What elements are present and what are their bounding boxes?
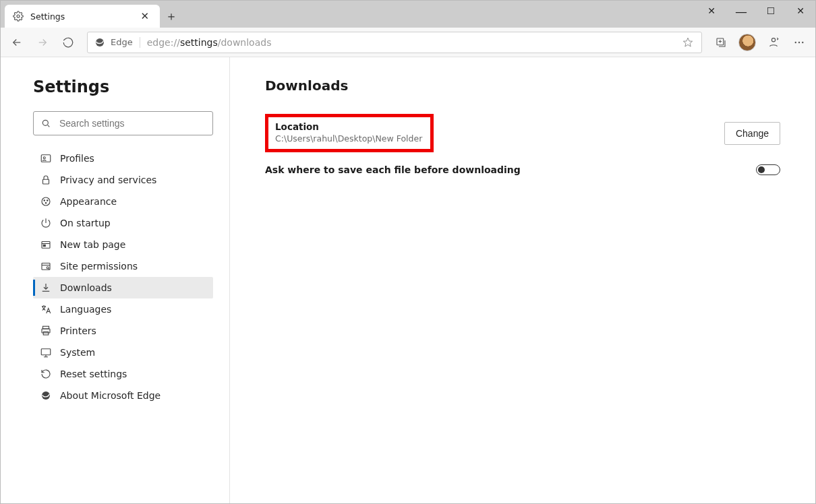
browser-tab[interactable]: Settings ✕ [5, 5, 160, 28]
svg-point-5 [795, 41, 796, 42]
back-button[interactable] [5, 30, 29, 55]
location-row: Location C:\Users\rahul\Desktop\New Fold… [265, 114, 780, 152]
sidebar-item-label: Privacy and services [60, 175, 156, 185]
sidebar-item-privacy-and-services[interactable]: Privacy and services [33, 169, 213, 191]
svg-rect-11 [43, 179, 49, 184]
sidebar-item-on-startup[interactable]: On startup [33, 212, 213, 234]
edge-logo-icon [94, 37, 105, 48]
svg-point-6 [798, 41, 800, 42]
sidebar-item-label: Reset settings [60, 369, 127, 379]
power-icon [40, 217, 52, 229]
tab-title: Settings [30, 11, 136, 22]
svg-point-0 [17, 15, 20, 18]
sidebar-item-label: System [60, 347, 95, 358]
feedback-button[interactable] [761, 30, 786, 55]
window-controls: ✕ — ☐ ✕ [697, 1, 815, 28]
svg-rect-17 [43, 245, 45, 246]
svg-point-4 [771, 38, 775, 41]
change-location-button[interactable]: Change [724, 122, 780, 145]
sidebar-item-downloads[interactable]: Downloads [33, 277, 213, 298]
toolbar: Edge edge://settings/downloads [1, 28, 815, 57]
favorite-button[interactable] [678, 37, 697, 48]
sidebar-item-languages[interactable]: Languages [33, 298, 213, 320]
new-tab-icon [40, 239, 52, 251]
url-text: edge://settings/downloads [140, 37, 678, 48]
sidebar-item-label: Downloads [60, 282, 112, 293]
location-path: C:\Users\rahul\Desktop\New Folder [275, 133, 422, 144]
more-menu-button[interactable] [787, 30, 811, 55]
sidebar-item-appearance[interactable]: Appearance [33, 191, 213, 212]
sidebar-item-printers[interactable]: Printers [33, 320, 213, 342]
window-maximize[interactable]: ☐ [756, 1, 786, 21]
reset-icon [40, 368, 52, 380]
profile-avatar[interactable] [738, 34, 756, 51]
sidebar-item-about-microsoft-edge[interactable]: About Microsoft Edge [33, 385, 213, 406]
svg-point-10 [43, 157, 45, 159]
location-label: Location [275, 121, 422, 132]
edge-icon [40, 389, 52, 402]
site-identity[interactable]: Edge [92, 37, 140, 48]
svg-rect-22 [43, 332, 49, 336]
collections-button[interactable] [709, 30, 733, 55]
content-area: Settings ProfilesPrivacy and servicesApp… [1, 57, 815, 503]
window-close[interactable]: ✕ [786, 1, 815, 21]
window-close-secondary[interactable]: ✕ [697, 1, 726, 21]
page-title: Settings [33, 77, 213, 96]
window-minimize[interactable]: — [726, 1, 756, 21]
sidebar-item-new-tab-page[interactable]: New tab page [33, 234, 213, 255]
sidebar-item-profiles[interactable]: Profiles [33, 148, 213, 169]
sidebar-item-label: Site permissions [60, 261, 138, 272]
sidebar-item-label: Printers [60, 325, 96, 336]
printer-icon [40, 325, 52, 337]
gear-icon [13, 11, 24, 22]
profile-card-icon [40, 152, 52, 164]
ask-toggle-label: Ask where to save each file before downl… [265, 164, 521, 175]
download-icon [40, 282, 52, 294]
address-bar[interactable]: Edge edge://settings/downloads [87, 32, 702, 53]
svg-point-12 [42, 197, 50, 206]
svg-point-14 [47, 200, 49, 201]
sidebar-item-system[interactable]: System [33, 342, 213, 363]
permissions-icon [40, 260, 52, 272]
titlebar: Settings ✕ ＋ ✕ — ☐ ✕ [1, 1, 815, 28]
section-heading: Downloads [265, 77, 780, 94]
sidebar-item-reset-settings[interactable]: Reset settings [33, 363, 213, 385]
svg-point-8 [42, 120, 48, 125]
sidebar-item-label: Profiles [60, 153, 94, 164]
svg-point-15 [45, 203, 47, 204]
identity-label: Edge [111, 37, 133, 47]
svg-point-7 [802, 41, 803, 42]
sidebar-item-site-permissions[interactable]: Site permissions [33, 255, 213, 277]
search-icon [40, 118, 51, 129]
svg-marker-2 [683, 38, 692, 46]
svg-point-19 [47, 267, 49, 269]
sidebar-item-label: New tab page [60, 239, 125, 250]
tab-close-button[interactable]: ✕ [136, 9, 153, 24]
settings-sidebar: Settings ProfilesPrivacy and servicesApp… [1, 57, 230, 503]
ask-where-toggle[interactable] [756, 164, 780, 175]
search-settings-input[interactable] [33, 111, 213, 135]
languages-icon [40, 303, 52, 315]
settings-nav: ProfilesPrivacy and servicesAppearanceOn… [33, 148, 213, 406]
location-highlight: Location C:\Users\rahul\Desktop\New Fold… [265, 114, 434, 152]
lock-icon [40, 174, 52, 186]
sidebar-item-label: Appearance [60, 196, 117, 207]
settings-main: Downloads Location C:\Users\rahul\Deskto… [230, 57, 815, 503]
system-icon [40, 346, 52, 358]
sidebar-item-label: About Microsoft Edge [60, 390, 161, 401]
ask-where-toggle-row: Ask where to save each file before downl… [265, 164, 780, 175]
forward-button[interactable] [30, 30, 55, 55]
search-field[interactable] [58, 117, 206, 129]
sidebar-item-label: On startup [60, 218, 111, 228]
svg-point-13 [44, 200, 45, 201]
refresh-button[interactable] [56, 30, 80, 55]
new-tab-button[interactable]: ＋ [160, 5, 183, 28]
svg-rect-23 [41, 349, 51, 355]
sidebar-item-label: Languages [60, 304, 111, 315]
appearance-icon [40, 195, 52, 208]
